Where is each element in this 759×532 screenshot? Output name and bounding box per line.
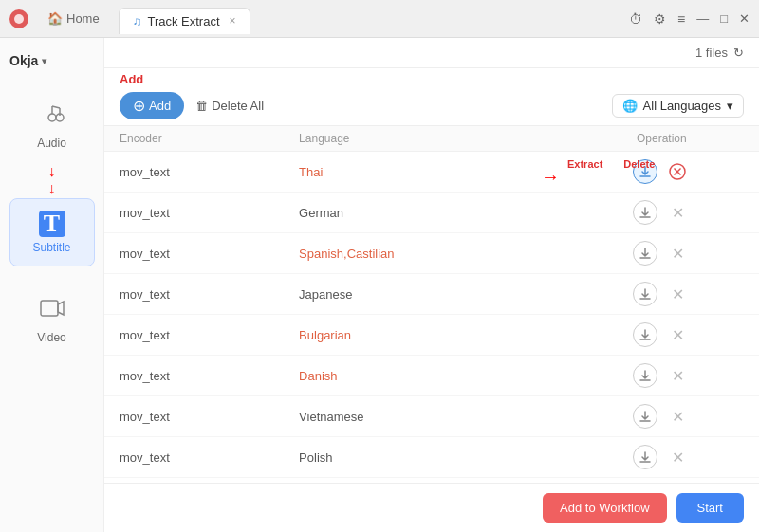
svg-line-3 <box>52 106 60 108</box>
delete-all-label: Delete All <box>212 99 264 113</box>
add-button-label: Add <box>149 99 171 113</box>
main-layout: Okja ▾ Audio ↓ ↓ T Subtitle Video <box>0 38 759 532</box>
gear-icon[interactable]: ⚙ <box>654 11 666 27</box>
language-cell: Japanese <box>284 274 565 315</box>
arrow-down-1: ↓ <box>48 163 56 180</box>
operations-cell: ✕ <box>565 478 759 484</box>
table-row: mov_textSpanish,Castilian✕ <box>104 233 759 274</box>
svg-point-0 <box>14 14 24 24</box>
language-filter[interactable]: 🌐 All Languages ▾ <box>612 94 744 118</box>
encoder-cell: mov_text <box>104 274 284 315</box>
active-tab[interactable]: ♫ Track Extract × <box>119 8 250 34</box>
delete-button[interactable]: ✕ <box>665 200 690 225</box>
content-area: 1 files ↻ Add ⊕ Add 🗑 Delete All 🌐 All L… <box>104 38 759 532</box>
operations-cell: ✕ <box>565 396 759 437</box>
globe-icon: 🌐 <box>622 99 638 113</box>
delete-button[interactable]: ✕ <box>665 241 690 266</box>
arrows-container: ↓ ↓ <box>48 163 56 196</box>
extract-button[interactable] <box>633 241 657 266</box>
operations-cell: ✕ <box>565 315 759 356</box>
home-icon: 🏠 <box>47 11 63 26</box>
home-label: Home <box>66 11 100 26</box>
video-icon <box>39 295 65 327</box>
table-row: mov_textGerman✕ <box>104 193 759 233</box>
minimize-button[interactable]: — <box>696 11 709 26</box>
sidebar-item-subtitle[interactable]: T Subtitle <box>9 198 95 266</box>
arrow-down-2: ↓ <box>48 180 56 197</box>
encoder-cell: mov_text <box>104 315 284 356</box>
operations-cell: ✕ <box>565 193 759 233</box>
encoder-cell: mov_text <box>104 396 284 437</box>
active-tab-label: Track Extract <box>147 14 219 28</box>
add-plus-icon: ⊕ <box>133 97 145 115</box>
title-bar-left: 🏠 Home ♫ Track Extract × <box>9 4 250 34</box>
encoder-cell: mov_text <box>104 193 284 233</box>
svg-marker-7 <box>58 302 64 315</box>
extract-button[interactable] <box>633 200 657 225</box>
file-count-text: 1 files <box>695 46 728 60</box>
delete-button[interactable]: ✕ <box>665 322 690 347</box>
delete-button[interactable]: ✕ <box>665 445 690 469</box>
encoder-cell: mov_text <box>104 233 284 274</box>
subtitle-icon: T <box>39 211 65 237</box>
maximize-button[interactable]: □ <box>720 11 728 26</box>
extract-button[interactable] <box>633 445 657 469</box>
home-tab[interactable]: 🏠 Home <box>36 8 111 29</box>
delete-button[interactable]: ✕ <box>665 404 690 429</box>
video-label: Video <box>37 331 65 344</box>
table-row: mov_textBulgarian✕ <box>104 315 759 356</box>
title-bar-right: ⏱ ⚙ ≡ — □ ✕ <box>629 11 750 27</box>
add-to-workflow-button[interactable]: Add to Workflow <box>543 493 666 523</box>
table-row: mov_textJapanese✕ <box>104 478 759 484</box>
language-cell: Spanish,Castilian <box>284 233 565 274</box>
language-cell: Bulgarian <box>284 315 565 356</box>
delete-button[interactable] <box>665 159 690 184</box>
sidebar: Okja ▾ Audio ↓ ↓ T Subtitle Video <box>0 38 104 532</box>
language-cell: Japanese <box>284 478 565 484</box>
extract-button[interactable] <box>633 322 657 347</box>
tracks-table: Encoder Language Operation mov_textThaim… <box>104 126 759 483</box>
start-button[interactable]: Start <box>676 493 744 523</box>
lang-filter-chevron: ▾ <box>727 99 733 113</box>
add-button[interactable]: ⊕ Add <box>120 92 184 119</box>
lang-filter-label: All Languages <box>643 99 721 113</box>
top-bar: 1 files ↻ <box>104 38 759 68</box>
menu-icon[interactable]: ≡ <box>677 11 685 27</box>
sidebar-item-video[interactable]: Video <box>9 284 95 356</box>
operations-cell <box>565 152 759 193</box>
encoder-cell: mov_text <box>104 152 284 193</box>
toolbar: ⊕ Add 🗑 Delete All 🌐 All Languages ▾ <box>104 86 759 126</box>
table-row: mov_textVietnamese✕ <box>104 396 759 437</box>
encoder-cell: mov_text <box>104 478 284 484</box>
extract-button[interactable] <box>633 282 657 306</box>
language-cell: German <box>284 193 565 233</box>
sidebar-item-audio[interactable]: Audio <box>9 89 95 161</box>
brand-button[interactable]: Okja ▾ <box>0 47 103 74</box>
table-row: mov_textThai <box>104 152 759 193</box>
svg-point-1 <box>48 114 56 121</box>
tab-close-button[interactable]: × <box>230 14 236 28</box>
extract-button[interactable] <box>633 363 657 388</box>
language-cell: Thai <box>284 152 565 193</box>
table-row: mov_textJapanese✕ <box>104 274 759 315</box>
encoder-cell: mov_text <box>104 437 284 478</box>
operations-cell: ✕ <box>565 437 759 478</box>
delete-button[interactable]: ✕ <box>665 282 690 306</box>
encoder-header: Encoder <box>104 126 284 152</box>
audio-icon <box>39 101 65 133</box>
window-close-button[interactable]: ✕ <box>739 11 750 26</box>
extract-button[interactable] <box>633 404 657 429</box>
table-row: mov_textDanish✕ <box>104 356 759 396</box>
encoder-cell: mov_text <box>104 356 284 396</box>
clock-icon: ⏱ <box>629 11 642 27</box>
track-table: Extract Delete → Encoder Language Operat… <box>104 126 759 483</box>
refresh-icon[interactable]: ↻ <box>733 46 744 60</box>
operation-header: Operation <box>565 126 759 152</box>
delete-all-button[interactable]: 🗑 Delete All <box>195 99 264 113</box>
file-count: 1 files ↻ <box>695 46 744 60</box>
language-header: Language <box>284 126 565 152</box>
brand-chevron-icon: ▾ <box>42 56 46 66</box>
extract-button[interactable] <box>633 159 657 184</box>
brand-label: Okja <box>9 53 38 68</box>
delete-button[interactable]: ✕ <box>665 363 690 388</box>
